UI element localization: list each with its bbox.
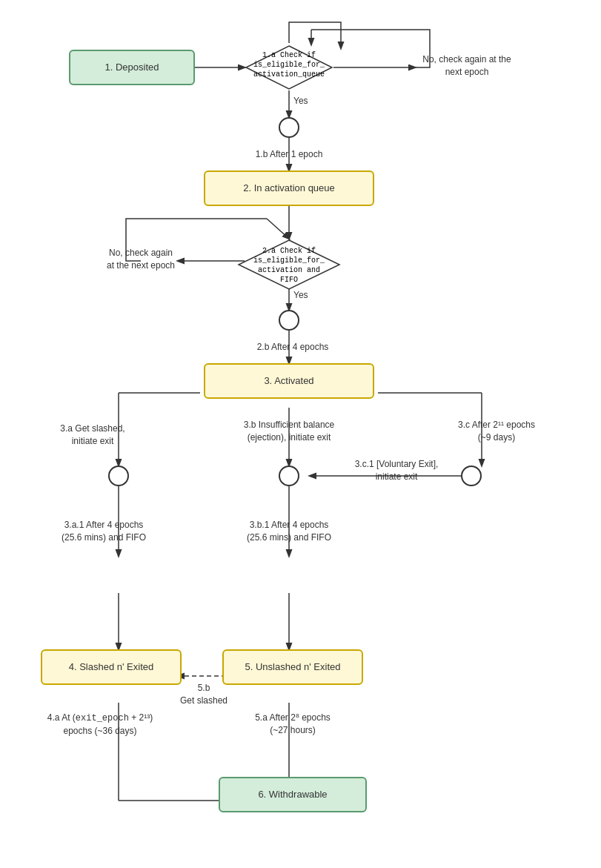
after-2-11-label: 3.c After 2¹¹ epochs(~9 days) [437, 419, 556, 444]
node-slashed-exited: 4. Slashed n' Exited [41, 649, 182, 685]
activation-queue-label: 2. In activation queue [243, 182, 335, 195]
circle-2 [279, 310, 299, 331]
after-4-epochs-3b1-label: 3.b.1 After 4 epochs(25.6 mins) and FIFO [222, 519, 356, 544]
get-slashed-5b-label: 5.bGet slashed [174, 682, 233, 707]
diamond-1: 1.a Check ifis_eligible_for_activation_q… [245, 44, 333, 90]
diagram-container: 1. Deposited 1.a Check ifis_eligible_for… [0, 0, 601, 868]
node-deposited: 1. Deposited [69, 50, 195, 85]
after-4-epochs-3a1-label: 3.a.1 After 4 epochs(25.6 mins) and FIFO [44, 519, 163, 544]
no-check-again-1-label: No, check again at the next epoch [415, 53, 519, 79]
circle-3a [108, 466, 129, 486]
circle-1 [279, 117, 299, 138]
insufficient-balance-label: 3.b Insufficient balance(ejection), init… [222, 419, 356, 444]
activated-label: 3. Activated [264, 374, 313, 388]
svg-line-8 [267, 219, 289, 239]
after-1-epoch-label: 1.b After 1 epoch [230, 148, 348, 161]
no-check-again-2-label: No, check againat the next epoch [96, 247, 185, 272]
voluntary-exit-label: 3.c.1 [Voluntary Exit],initiate exit [326, 458, 467, 483]
yes-1-label: Yes [293, 95, 308, 107]
node-activation-queue: 2. In activation queue [204, 170, 374, 206]
unslashed-exited-label: 5. Unslashed n' Exited [245, 660, 341, 674]
after-2-8-label: 5.a After 2⁸ epochs(~27 hours) [230, 712, 356, 737]
yes-2-label: Yes [293, 289, 308, 302]
node-unslashed-exited: 5. Unslashed n' Exited [222, 649, 363, 685]
diamond-2-label: 2.a Check ifis_eligible_for_activation a… [237, 246, 341, 285]
node-activated: 3. Activated [204, 363, 374, 399]
diamond-2: 2.a Check ifis_eligible_for_activation a… [237, 239, 341, 291]
deposited-label: 1. Deposited [105, 61, 159, 74]
withdrawable-label: 6. Withdrawable [258, 788, 327, 801]
after-4-epochs-label: 2.b After 4 epochs [230, 341, 356, 354]
diamond-1-label: 1.a Check ifis_eligible_for_activation_q… [245, 50, 333, 79]
slashed-exited-label: 4. Slashed n' Exited [69, 660, 154, 674]
node-withdrawable: 6. Withdrawable [219, 777, 367, 812]
get-slashed-label: 3.a Get slashed,initiate exit [44, 423, 141, 448]
circle-3b [279, 466, 299, 486]
exit-epoch-label: 4.a At (exit_epoch + 2¹³)epochs (~36 day… [22, 712, 178, 738]
